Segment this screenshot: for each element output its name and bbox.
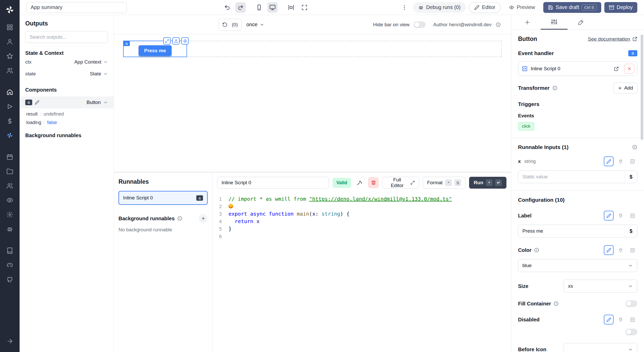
size-select[interactable]: xs [564,280,637,293]
nav-variables-icon[interactable] [4,115,15,127]
before-icon-select[interactable] [564,343,637,352]
run-button[interactable]: Run * ↵ [469,177,506,189]
save-draft-button[interactable]: Save draft Ctrl S [543,2,601,13]
add-transformer-button[interactable]: Add [613,83,637,93]
nav-github-icon[interactable] [4,274,15,285]
collapse-sidebar-icon[interactable] [4,336,15,347]
nav-windmill-icon[interactable] [4,130,15,141]
eval-mode-code-icon[interactable] [628,245,637,255]
refresh-button[interactable] [218,19,231,30]
windmill-logo[interactable] [4,4,15,15]
fullscreen-icon[interactable] [299,2,310,13]
nav-audit-icon[interactable] [4,195,15,206]
anchor-component-icon[interactable] [172,37,180,45]
template-dollar-button[interactable]: $ [625,171,637,183]
eval-mode-code-icon[interactable] [628,315,637,324]
static-mode-pencil-icon[interactable] [604,156,614,166]
desktop-view-icon[interactable] [267,2,278,13]
eval-mode-code-icon[interactable] [628,211,637,221]
app-summary-input[interactable] [26,2,127,13]
tab-styling-icon[interactable] [567,15,594,30]
static-mode-pencil-icon[interactable] [604,315,614,324]
template-dollar-button[interactable]: $ [625,225,637,237]
ctx-row[interactable]: ctx App Context [25,56,108,68]
code-line[interactable]: 2 [213,203,511,210]
runnable-item[interactable]: Inline Script 0 a [118,191,208,205]
nav-schedules-icon[interactable] [4,151,15,163]
output-prop-loading[interactable]: loading : false [25,120,108,125]
code-line[interactable]: 1// import * as wmill from "https://deno… [213,195,511,203]
deploy-button[interactable]: Deploy [604,2,637,13]
nav-settings-icon[interactable] [4,209,15,220]
nav-docs-icon[interactable] [4,245,15,256]
fill-container-toggle[interactable] [625,300,637,307]
format-button[interactable]: Format * S [423,177,465,189]
expand-component-icon[interactable] [163,37,171,45]
connect-mode-plug-icon[interactable] [616,211,625,221]
nav-folders-icon[interactable] [4,166,15,177]
nav-runs-icon[interactable] [4,101,15,112]
move-component-icon[interactable] [181,37,189,45]
nav-discord-icon[interactable] [4,259,15,271]
nav-favorites-icon[interactable] [4,50,15,62]
disabled-toggle[interactable] [625,329,637,335]
mobile-view-icon[interactable] [254,2,264,13]
static-value-input[interactable] [518,171,625,183]
output-prop-result[interactable]: result : undefined [25,111,108,117]
code-line[interactable]: 3export async function main(x: string) { [213,210,511,218]
lightbulb-icon[interactable] [228,204,233,208]
nav-user-icon[interactable] [4,36,15,47]
nav-debug-icon[interactable] [4,223,15,235]
ai-wand-icon[interactable] [355,178,365,188]
more-menu-icon[interactable] [399,2,410,13]
info-icon [632,145,637,150]
code-line[interactable]: 6 [213,233,511,240]
settings-scrollbar[interactable] [641,34,643,140]
before-icon-field-name: Before Icon [518,347,546,352]
app-canvas[interactable]: a Press me [114,34,511,172]
eval-mode-code-icon[interactable] [628,156,637,166]
state-row[interactable]: state State [25,68,108,80]
center-layout-icon[interactable] [286,2,296,13]
button-component[interactable]: a Press me [123,41,187,57]
code-line[interactable]: 5} [213,225,511,233]
static-mode-pencil-icon[interactable] [604,245,614,255]
open-script-icon[interactable] [611,64,621,74]
connect-mode-plug-icon[interactable] [616,315,625,324]
nav-home-icon[interactable] [4,86,15,98]
tab-settings-icon[interactable] [541,15,567,30]
info-icon[interactable] [496,22,501,27]
see-documentation-link[interactable]: See documentation [588,36,637,42]
preview-label: Preview [517,4,535,10]
tab-insert-icon[interactable] [514,15,541,30]
nav-workers-icon[interactable] [4,180,15,191]
label-value-input[interactable] [518,225,625,237]
remove-script-icon[interactable] [624,64,634,74]
pencil-icon[interactable] [35,100,39,105]
full-editor-button[interactable]: Full Editor [382,177,419,189]
hide-bar-toggle[interactable] [414,21,426,28]
component-output-row[interactable]: a Button [20,96,114,108]
ctx-value: App Context [74,59,101,65]
schedule-select[interactable]: once [246,22,264,28]
static-mode-pencil-icon[interactable] [604,211,614,221]
script-name-input[interactable] [217,177,329,189]
editor-button[interactable]: Editor [469,2,501,13]
inline-script-row[interactable]: Inline Script 0 [518,61,637,76]
connect-mode-plug-icon[interactable] [616,245,625,255]
redo-icon[interactable] [235,2,246,13]
search-outputs-input[interactable] [25,31,108,43]
delete-script-icon[interactable] [368,177,378,188]
color-select[interactable]: blue [518,259,637,272]
nav-apps-icon[interactable] [4,22,15,33]
connect-mode-plug-icon[interactable] [616,156,625,166]
code-editor[interactable]: 1// import * as wmill from "https://deno… [213,193,511,352]
debug-runs-button[interactable]: Debug runs (0) [413,2,465,13]
add-background-runnable-button[interactable] [199,214,208,223]
preview-button[interactable]: Preview [504,2,540,13]
undo-icon[interactable] [222,2,232,13]
code-line[interactable]: 4 return x [213,218,511,225]
editor-label: Editor [482,4,495,10]
nav-groups-icon[interactable] [4,65,15,76]
press-me-button[interactable]: Press me [139,45,172,56]
